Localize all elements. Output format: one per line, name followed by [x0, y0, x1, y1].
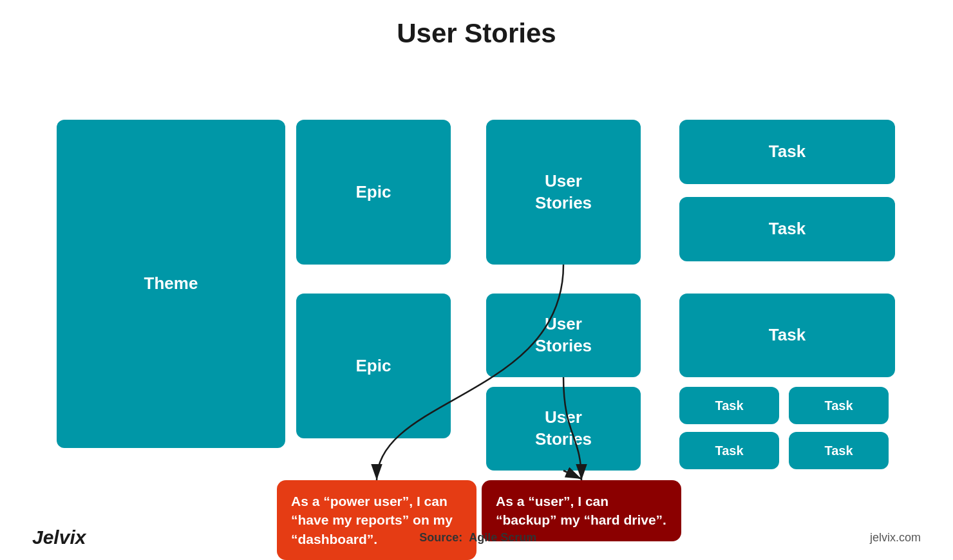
task1-box: Task	[679, 120, 895, 184]
footer-url: jelvix.com	[870, 531, 921, 545]
task4-box: Task	[679, 387, 779, 424]
epic2-box: Epic	[296, 294, 451, 438]
task6-box: Task	[679, 432, 779, 469]
task3-box: Task	[679, 294, 895, 377]
page-title: User Stories	[0, 0, 953, 62]
epic1-box: Epic	[296, 120, 451, 265]
svg-line-1	[563, 471, 581, 479]
user-stories-2-box: UserStories	[486, 294, 641, 377]
footer-source-value: Agile Scrum	[469, 531, 536, 544]
theme-box: Theme	[57, 120, 285, 448]
footer-source: Source: Agile Scrum	[419, 531, 536, 545]
task2-box: Task	[679, 197, 895, 261]
task7-box: Task	[789, 432, 889, 469]
task5-box: Task	[789, 387, 889, 424]
user-stories-3-box: UserStories	[486, 387, 641, 471]
footer-source-label: Source:	[419, 531, 462, 544]
user-stories-1-box: UserStories	[486, 120, 641, 265]
diagram-area: Theme Epic Epic UserStories UserStories …	[0, 62, 953, 545]
footer: Jelvix Source: Agile Scrum jelvix.com	[0, 527, 953, 548]
footer-brand: Jelvix	[32, 527, 86, 548]
